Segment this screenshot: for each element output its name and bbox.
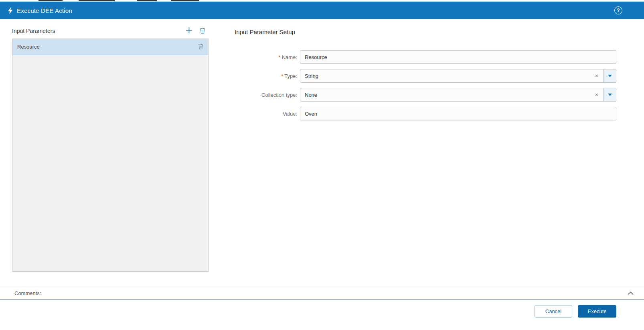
type-combobox: × [300,69,616,83]
parameter-list: Resource [12,39,209,272]
name-label: *Name: [235,54,297,60]
trash-icon [198,43,203,51]
lightning-icon [8,7,13,14]
value-input[interactable] [300,107,616,120]
execute-dee-action-dialog: Execute DEE Action ? Input Parameters [0,0,644,330]
help-icon[interactable]: ? [614,6,622,14]
chevron-up-icon [628,290,634,296]
add-parameter-button[interactable] [186,27,192,35]
collection-type-input[interactable] [300,88,593,101]
execute-button[interactable]: Execute [578,305,616,318]
type-control: × [300,69,616,83]
chevron-down-icon [608,75,612,77]
required-marker: * [281,73,283,79]
name-row: *Name: [235,50,616,64]
row-delete-button[interactable] [198,43,203,51]
name-control [300,50,616,64]
collection-type-control: × [300,88,616,102]
setup-panel-title: Input Parameter Setup [235,29,616,35]
comments-label: Comments: [0,290,41,296]
clear-icon[interactable]: × [593,92,603,98]
chevron-down-icon [608,94,612,96]
value-label: Value: [235,111,297,117]
trash-icon [200,27,205,35]
list-item-resource[interactable]: Resource [12,39,208,55]
clear-icon[interactable]: × [593,73,603,79]
collection-type-combobox: × [300,88,616,102]
type-input[interactable] [300,69,593,82]
type-label: *Type: [235,73,297,79]
input-parameters-title: Input Parameters [12,28,55,34]
type-dropdown-button[interactable] [603,69,616,82]
collection-type-label: Collection type: [235,92,297,98]
toolbar-icons [186,27,209,35]
value-control [300,107,616,120]
value-row: Value: [235,107,616,120]
collection-type-row: Collection type: × [235,88,616,102]
cancel-button[interactable]: Cancel [535,305,572,318]
dialog-header: Execute DEE Action ? [0,2,644,19]
collection-type-dropdown-button[interactable] [603,88,616,101]
plus-icon [186,27,192,35]
comments-bar: Comments: [0,287,644,300]
delete-parameter-button[interactable] [200,27,205,35]
parameter-name: Resource [17,44,40,50]
input-parameters-toolbar: Input Parameters [12,23,209,39]
required-marker: * [279,54,281,60]
dialog-footer: Cancel Execute [0,300,644,330]
name-input[interactable] [300,50,616,64]
collapse-comments-button[interactable] [628,290,634,296]
parameter-form: *Name: *Type: × [235,50,616,120]
input-parameters-panel: Input Parameters Resource [12,23,209,272]
dialog-title: Execute DEE Action [17,7,72,14]
input-parameter-setup-panel: Input Parameter Setup *Name: *Type: × [235,24,616,126]
type-row: *Type: × [235,69,616,83]
